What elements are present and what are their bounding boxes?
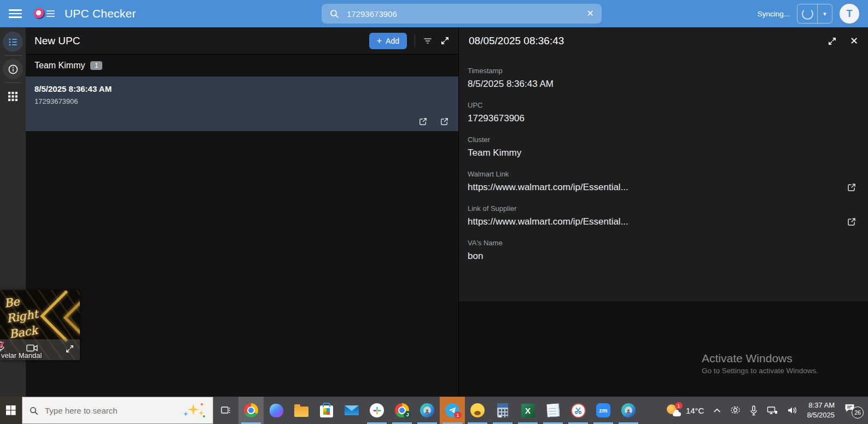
open-link-icon[interactable]: [846, 182, 857, 193]
view-title: New UPC: [34, 35, 80, 47]
filter-icon[interactable]: [423, 36, 433, 46]
field-walmart-link: Walmart Link https://www.walmart.com/ip/…: [468, 170, 859, 193]
task-view-icon[interactable]: [213, 397, 238, 424]
system-tray: 1 14°C 8:37 AM 8/5/2025: [660, 397, 868, 424]
edge-icon: [621, 403, 636, 417]
app-search[interactable]: ✕: [322, 4, 602, 23]
speaker-icon[interactable]: [787, 406, 797, 415]
field-label: Cluster: [468, 136, 859, 144]
taskbar: J 1 X zm: [0, 397, 868, 424]
field-value: 8/5/2025 8:36:43 AM: [468, 79, 859, 90]
weather-badge: 1: [675, 402, 683, 409]
taskbar-excel-button[interactable]: X: [515, 397, 540, 424]
field-value: 17293673906: [468, 113, 859, 124]
logo-text: [46, 10, 55, 17]
taskbar-search[interactable]: [22, 397, 213, 424]
sync-button[interactable]: ▾: [797, 4, 832, 23]
sync-spinner-icon[interactable]: [797, 4, 817, 23]
notification-center-button[interactable]: 26: [845, 403, 861, 417]
sidebar-item-list-view[interactable]: [3, 32, 23, 52]
search-highlights-icon[interactable]: [181, 402, 206, 419]
taskbar-telegram-button[interactable]: 1: [440, 397, 465, 424]
weather-icon: 1: [667, 404, 681, 417]
telegram-icon: 1: [445, 403, 459, 417]
menu-icon[interactable]: [9, 9, 22, 18]
add-button[interactable]: + Add: [369, 33, 407, 49]
copilot-icon: [270, 404, 283, 417]
expand-view-icon[interactable]: [440, 36, 450, 45]
group-header[interactable]: Team Kimmy 1: [26, 55, 458, 76]
detail-header: 08/05/2025 08:36:43 ✕: [459, 27, 868, 55]
taskbar-edge-button[interactable]: [415, 397, 440, 424]
list-controls: + Add: [369, 33, 450, 49]
search-input[interactable]: [346, 9, 587, 19]
taskbar-apps: J 1 X zm: [238, 397, 641, 424]
taskbar-copilot-button[interactable]: [264, 397, 289, 424]
excel-icon: X: [521, 404, 535, 417]
field-value: bon: [468, 251, 859, 262]
expand-detail-icon[interactable]: [828, 37, 837, 46]
clock[interactable]: 8:37 AM 8/5/2025: [807, 401, 835, 420]
taskbar-chrome-button[interactable]: [238, 397, 264, 424]
field-value[interactable]: https://www.walmart.com/ip/Essential...: [468, 182, 846, 193]
taskbar-file-explorer-button[interactable]: [289, 397, 314, 424]
plus-icon: +: [377, 37, 382, 45]
taskbar-search-input[interactable]: [44, 405, 176, 416]
list-item-subtitle: 17293673906: [34, 97, 450, 105]
start-button[interactable]: [0, 397, 22, 424]
taskbar-mail-button[interactable]: [339, 397, 364, 424]
field-value[interactable]: https://www.walmart.com/ip/Essential...: [468, 216, 846, 227]
network-icon[interactable]: [767, 406, 778, 415]
close-icon[interactable]: ✕: [850, 36, 858, 46]
slack-icon: [370, 403, 384, 417]
search-icon: [329, 9, 339, 19]
taskbar-slack-button[interactable]: [364, 397, 389, 424]
file-explorer-icon: [294, 407, 308, 417]
taskbar-store-button[interactable]: [314, 397, 339, 424]
zoom-app-icon: zm: [596, 403, 610, 417]
taskbar-snipping-tool-button[interactable]: [566, 397, 591, 424]
detail-card: Timestamp 8/5/2025 8:36:43 AM UPC 172936…: [459, 55, 868, 301]
header-right: Syncing... ▾ T: [758, 4, 859, 23]
open-link-icon[interactable]: [846, 216, 857, 227]
clock-time: 8:37 AM: [807, 401, 835, 410]
field-label: UPC: [468, 101, 859, 109]
list-header: New UPC + Add: [26, 27, 458, 55]
sidebar-item-about[interactable]: [3, 59, 23, 79]
taskbar-zoom-button[interactable]: zm: [591, 397, 616, 424]
taskbar-notepad-button[interactable]: [540, 397, 566, 424]
chevron-up-icon[interactable]: [713, 408, 721, 413]
profile-avatar: [625, 407, 632, 414]
search-icon: [29, 406, 38, 415]
weather-widget[interactable]: 1 14°C: [667, 404, 704, 417]
app-header: UPC Checker ✕ Syncing... ▾ T: [0, 0, 868, 27]
clock-date: 8/5/2025: [807, 410, 835, 420]
user-avatar[interactable]: T: [840, 4, 859, 23]
screen-record-icon[interactable]: [730, 406, 741, 415]
taskbar-edge-button[interactable]: [616, 397, 641, 424]
chevron-down-icon[interactable]: ▾: [818, 10, 832, 17]
expand-video-icon[interactable]: [65, 344, 74, 356]
taskbar-tunnelbear-button[interactable]: [465, 397, 490, 424]
apps-grid-icon: [8, 92, 18, 101]
field-label: Link of Supplier: [468, 204, 859, 213]
open-link-icon[interactable]: [439, 116, 450, 127]
open-link-icon[interactable]: [418, 116, 428, 127]
field-timestamp: Timestamp 8/5/2025 8:36:43 AM: [468, 67, 859, 90]
microphone-icon[interactable]: [750, 405, 758, 416]
participant-name: velar Mandal: [1, 351, 42, 360]
windows-logo-icon: [6, 405, 16, 415]
chrome-icon: J: [395, 403, 409, 417]
field-va-name: VA's Name bon: [468, 239, 859, 262]
field-label: Walmart Link: [468, 170, 859, 178]
calculator-icon: [497, 403, 508, 417]
taskbar-calculator-button[interactable]: [490, 397, 515, 424]
list-view-icon: [8, 37, 19, 48]
field-label: Timestamp: [468, 67, 859, 75]
list-item[interactable]: 8/5/2025 8:36:43 AM 17293673906: [26, 76, 458, 131]
clear-search-icon[interactable]: ✕: [587, 9, 594, 18]
taskbar-chrome-profile-button[interactable]: J: [389, 397, 415, 424]
tunnelbear-icon: [470, 403, 485, 417]
sidebar-item-apps[interactable]: [3, 86, 23, 107]
desktop: UPC Checker ✕ Syncing... ▾ T: [0, 0, 868, 424]
